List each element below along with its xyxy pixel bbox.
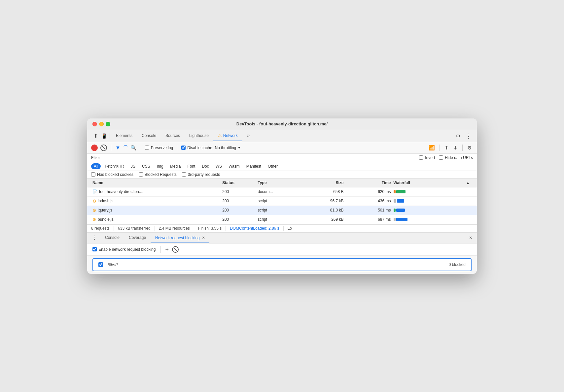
row1-name: foul-heavenly-direction.... [99, 189, 143, 194]
col-header-time[interactable]: Time [345, 180, 392, 186]
close-button[interactable] [92, 122, 97, 126]
table-row[interactable]: ⚙ bundle.js 200 script 269 kB 687 ms [87, 215, 477, 224]
hide-data-urls-label[interactable]: Hide data URLs [439, 155, 473, 160]
filter-icon[interactable]: ▼ [115, 145, 121, 151]
filter-label: Filter [91, 155, 100, 160]
invert-checkbox[interactable] [419, 155, 423, 160]
type-btn-css[interactable]: CSS [139, 163, 153, 169]
type-btn-fetch-xhr[interactable]: Fetch/XHR [102, 163, 127, 169]
wf-bar [394, 209, 396, 212]
settings-icon[interactable]: ⚙ [454, 132, 462, 140]
device-icon[interactable]: 📱 [100, 132, 108, 140]
wf-bar [394, 218, 396, 221]
third-party-label[interactable]: 3rd-party requests [182, 172, 220, 177]
blocking-toolbar-sep [160, 246, 160, 253]
filter-bar: Filter Invert Hide data URLs [87, 154, 477, 162]
add-pattern-button[interactable]: + [165, 246, 169, 252]
row1-size: 658 B [298, 189, 345, 195]
row1-time: 620 ms [345, 189, 392, 195]
blocking-toolbar: Enable network request blocking + [87, 244, 477, 256]
more-icon[interactable]: ⋮ [464, 132, 473, 140]
tab-console[interactable]: Console [137, 131, 161, 141]
network-settings-icon[interactable]: ⚙ [466, 144, 473, 151]
bottom-tab-console[interactable]: Console [100, 233, 124, 243]
row3-size: 81.0 kB [298, 207, 345, 213]
row2-waterfall [392, 198, 463, 204]
status-load: Lo [284, 226, 296, 231]
bottom-tab-network-blocking[interactable]: Network request blocking × [151, 233, 209, 243]
enable-blocking-checkbox[interactable] [92, 247, 97, 251]
table-row[interactable]: ⚙ jquery.js 200 script 81.0 kB 501 ms [87, 206, 477, 215]
row2-name-cell: ⚙ lodash.js [91, 198, 221, 204]
disable-cache-checkbox[interactable] [181, 146, 186, 150]
hide-data-urls-checkbox[interactable] [439, 155, 443, 160]
bottom-tab-close-icon[interactable]: × [202, 235, 205, 240]
blocking-rule-checkbox[interactable] [98, 262, 103, 267]
bottom-tab-coverage[interactable]: Coverage [124, 233, 151, 243]
tab-more[interactable]: » [242, 130, 255, 142]
bottom-menu-icon[interactable]: ⋮ [90, 233, 99, 242]
tab-separator [110, 133, 110, 139]
devtools-window: DevTools - foul-heavenly-direction.glitc… [87, 118, 477, 274]
upload-icon[interactable]: ⬆ [443, 144, 450, 151]
type-btn-js[interactable]: JS [128, 163, 138, 169]
wf-bar [396, 209, 405, 212]
blocked-cookies-label[interactable]: Has blocked cookies [91, 172, 133, 177]
throttle-select[interactable]: No throttling ▼ [215, 146, 241, 150]
bottom-panel-close-button[interactable]: × [467, 234, 474, 242]
col-header-sort[interactable]: ▲ [463, 180, 473, 186]
minimize-button[interactable] [99, 122, 104, 126]
doc-icon: 📄 [92, 189, 98, 194]
col-header-waterfall[interactable]: Waterfall [392, 180, 463, 186]
type-btn-ws[interactable]: WS [213, 163, 225, 169]
type-btn-all[interactable]: All [91, 163, 101, 169]
wifi-icon[interactable]: 📶 [427, 144, 436, 151]
col-header-name[interactable]: Name [91, 180, 221, 186]
type-btn-wasm[interactable]: Wasm [226, 163, 242, 169]
table-row[interactable]: ⚙ lodash.js 200 script 96.7 kB 436 ms [87, 197, 477, 206]
row4-name-cell: ⚙ bundle.js [91, 216, 221, 223]
record-button[interactable] [91, 145, 98, 151]
blocked-requests-checkbox[interactable] [139, 172, 143, 177]
blocked-cookies-checkbox[interactable] [91, 172, 95, 177]
download-icon[interactable]: ⬇ [452, 144, 459, 151]
js-icon: ⚙ [92, 217, 96, 222]
type-btn-doc[interactable]: Doc [199, 163, 211, 169]
invert-label[interactable]: Invert [419, 155, 435, 160]
blocking-rule-item[interactable]: /libs/* 0 blocked [92, 258, 472, 271]
throttle-arrow-icon: ▼ [237, 146, 241, 149]
preserve-log-checkbox[interactable] [145, 146, 149, 150]
clear-button[interactable] [100, 145, 107, 151]
col-header-type[interactable]: Type [256, 180, 298, 186]
third-party-checkbox[interactable] [182, 172, 186, 177]
type-btn-other[interactable]: Other [265, 163, 280, 169]
tab-lighthouse[interactable]: Lighthouse [185, 131, 213, 141]
tab-sources[interactable]: Sources [161, 131, 185, 141]
filter-funnel-icon[interactable]: ⏜ [123, 145, 128, 151]
cursor-icon[interactable]: ⬆ [91, 132, 100, 140]
search-icon[interactable]: 🔍 [130, 145, 137, 151]
filter-input[interactable] [106, 155, 172, 160]
blocked-requests-label[interactable]: Blocked Requests [139, 172, 177, 177]
table-row[interactable]: 📄 foul-heavenly-direction.... 200 docum.… [87, 187, 477, 197]
enable-blocking-label[interactable]: Enable network request blocking [92, 247, 156, 252]
bottom-panel: ⋮ Console Coverage Network request block… [87, 232, 477, 271]
row1-type: docum... [256, 189, 298, 195]
row3-time: 501 ms [345, 207, 392, 213]
row2-type: script [256, 198, 298, 204]
type-btn-img[interactable]: Img [154, 163, 166, 169]
type-btn-media[interactable]: Media [167, 163, 184, 169]
maximize-button[interactable] [106, 122, 110, 126]
tab-elements[interactable]: Elements [111, 131, 137, 141]
tab-network[interactable]: ⚠ Network [213, 130, 242, 141]
clear-patterns-button[interactable] [172, 246, 179, 253]
disable-cache-label[interactable]: Disable cache [181, 146, 212, 150]
col-header-size[interactable]: Size [298, 180, 345, 186]
col-header-status[interactable]: Status [221, 180, 256, 186]
wf-bar [394, 190, 396, 193]
type-filter-bar: All Fetch/XHR JS CSS Img Media Font Doc … [87, 162, 477, 171]
preserve-log-label[interactable]: Preserve log [145, 146, 173, 150]
type-btn-font[interactable]: Font [185, 163, 198, 169]
extra-filters: Has blocked cookies Blocked Requests 3rd… [87, 171, 477, 179]
type-btn-manifest[interactable]: Manifest [244, 163, 264, 169]
